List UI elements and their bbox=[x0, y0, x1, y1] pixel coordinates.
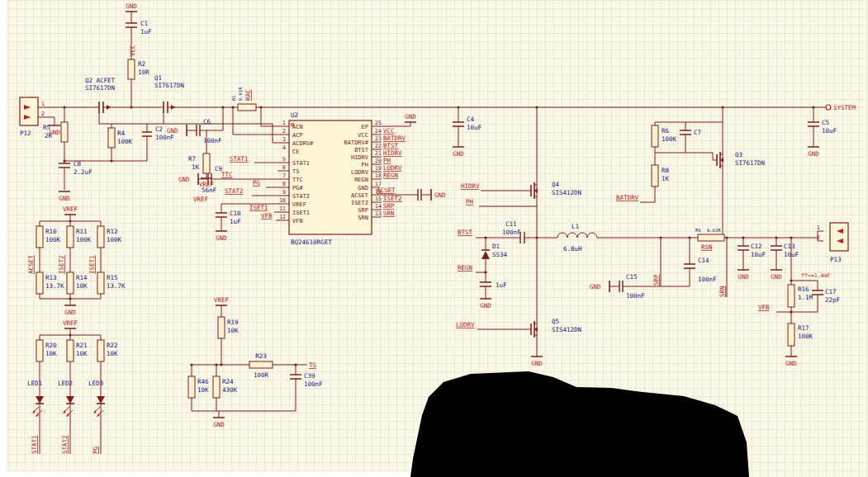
net-label-hidrv: HIDRV bbox=[461, 182, 480, 190]
net-label-hidrv-pin21: HIDRV bbox=[383, 149, 402, 157]
power-gnd-c5: GND bbox=[808, 150, 819, 158]
r6-ref: R6 bbox=[662, 127, 670, 135]
power-gnd-c13: GND bbox=[771, 273, 782, 281]
power-gnd-top: GND bbox=[126, 2, 137, 10]
d1-value: SS34 bbox=[492, 251, 508, 258]
r23-ref: R23 bbox=[255, 352, 267, 360]
u2-pinnum-14: 14 bbox=[375, 203, 382, 210]
capacitor-plates[interactable] bbox=[59, 23, 823, 379]
r13-ref: R13 bbox=[45, 274, 57, 281]
r2-ref: R2 bbox=[138, 60, 145, 68]
c10-value: 1uF bbox=[230, 218, 241, 225]
r23-value: 100R bbox=[254, 371, 269, 379]
r14-value: 10K bbox=[76, 282, 88, 290]
c14-value: 100nF bbox=[698, 276, 717, 283]
r11-ref: R11 bbox=[76, 228, 88, 235]
net-label-srn-vert: SRN bbox=[719, 286, 726, 297]
u2-pin-vcc: VCC bbox=[358, 132, 368, 139]
net-label-vcc-pin24: VCC bbox=[383, 127, 395, 135]
net-label-stat2-vert: STAT2 bbox=[61, 435, 69, 454]
u2-pin-acp: ACP bbox=[292, 132, 303, 139]
power-gnd-c12: GND bbox=[738, 273, 749, 281]
wire-segments[interactable] bbox=[38, 12, 826, 418]
net-label-iset1: ISET1 bbox=[249, 204, 268, 211]
mosfet-q2[interactable] bbox=[92, 102, 116, 124]
c8-ref: C8 bbox=[74, 160, 82, 168]
u2-pinnum-4: 4 bbox=[282, 144, 286, 151]
net-label-ts: TS bbox=[309, 361, 317, 369]
power-gnd-c9: GND bbox=[178, 176, 190, 183]
connector-p13[interactable]: 1 2 P13 bbox=[817, 223, 848, 263]
u2-pinnum-18: 18 bbox=[375, 172, 382, 179]
ic-u2[interactable]: U2 BQ24610RGET ACN ACP ACDRV# CE STAT1 T… bbox=[279, 111, 382, 246]
net-label-vfb: VFB bbox=[758, 304, 770, 311]
c6-value: 100nF bbox=[203, 137, 222, 144]
system-terminal-circle bbox=[826, 105, 831, 110]
r4-value: 100K bbox=[117, 138, 133, 145]
mosfet-q1[interactable] bbox=[157, 102, 180, 124]
r8-value: 1K bbox=[662, 175, 670, 182]
power-port-symbols[interactable] bbox=[49, 12, 819, 418]
r20-ref: R20 bbox=[45, 342, 57, 349]
net-label-regn: REGN bbox=[458, 264, 472, 272]
c17-ref: C17 bbox=[825, 288, 837, 295]
u2-pin-stat2: STAT2 bbox=[292, 193, 310, 200]
net-label-stat2: STAT2 bbox=[225, 187, 244, 195]
power-gnd-ts: GND bbox=[213, 421, 225, 428]
u2-pin-ce: CE bbox=[292, 149, 299, 155]
net-label-batdrv: BATDRV bbox=[616, 194, 639, 201]
c4-value: 10uF bbox=[467, 124, 482, 131]
power-vref-r7: VREF bbox=[199, 181, 215, 188]
net-label-stat1: STAT1 bbox=[230, 155, 249, 163]
mosfet-q3[interactable] bbox=[713, 147, 723, 173]
net-label-regn-pin18: REGN bbox=[383, 172, 398, 179]
net-label-lodrv: LODRV bbox=[456, 321, 475, 328]
q4-part: SIS412DN bbox=[552, 189, 581, 196]
net-label-srn-pin13: SRN bbox=[383, 210, 395, 217]
net-label-iset2-pin15: ISET2 bbox=[383, 195, 402, 202]
net-label-pg-vert: PG bbox=[92, 446, 99, 454]
r22-value: 10K bbox=[107, 350, 118, 357]
u2-pinnum-9: 9 bbox=[282, 189, 286, 196]
net-label-iset2-vert: ISET2 bbox=[58, 255, 65, 274]
p13-pin1-number: 1 bbox=[817, 224, 820, 231]
l1-ref: L1 bbox=[572, 223, 579, 230]
led-led3[interactable] bbox=[93, 388, 105, 454]
resistor-bodies[interactable] bbox=[36, 59, 794, 398]
c11-value: 100nF bbox=[502, 229, 521, 236]
q3-ref: Q3 bbox=[735, 151, 742, 158]
p12-ref: P12 bbox=[20, 130, 31, 137]
net-label-rac-vert: RAC bbox=[244, 89, 252, 101]
r46-ref: R46 bbox=[197, 378, 209, 385]
r9-ref: R9 bbox=[695, 228, 701, 233]
d1-ref: D1 bbox=[492, 243, 500, 250]
q5-ref: Q5 bbox=[552, 318, 559, 325]
net-label-vcc-vert: VCC bbox=[129, 45, 136, 56]
u2-pinnum-24: 24 bbox=[375, 128, 382, 135]
power-gnd-acset: GND bbox=[434, 191, 446, 199]
r1-ref: R1 bbox=[231, 95, 236, 101]
power-gnd-ep: GND bbox=[405, 113, 416, 120]
q2-ref: Q2 ACFET bbox=[85, 77, 116, 84]
power-port-labels[interactable]: GND GND GND GND GND GND VREF VREF GND VR… bbox=[49, 2, 819, 428]
net-label-pg: PG bbox=[253, 179, 261, 187]
l1-value: 6.8uH bbox=[563, 245, 582, 253]
power-vref-ts: VREF bbox=[214, 296, 230, 304]
component-labels[interactable]: C1 1uF R2 10R R5 2R R4 100K C2 100nF C8 … bbox=[43, 20, 841, 394]
schematic-sheet: L1 6.8uH D1 SS34 Q2 ACFET SI7617DN Q1 SI… bbox=[0, 0, 868, 477]
schematic-canvas[interactable]: L1 6.8uH D1 SS34 Q2 ACFET SI7617DN Q1 SI… bbox=[0, 0, 868, 477]
mosfet-q4[interactable] bbox=[527, 177, 538, 204]
u2-pin-batdrv: BATDRV# bbox=[344, 139, 368, 146]
r10-ref: R10 bbox=[45, 228, 57, 235]
inductor-l1[interactable]: L1 6.8uH bbox=[557, 223, 597, 253]
c1-value: 1uF bbox=[140, 28, 152, 35]
r24-ref: R24 bbox=[222, 378, 234, 385]
u2-pin-gnd: GND bbox=[358, 185, 368, 191]
net-label-stat1-vert: STAT1 bbox=[31, 435, 38, 454]
net-label-acset-vert: ACSET bbox=[27, 255, 35, 274]
power-gnd-r17: GND bbox=[785, 360, 797, 367]
u2-pin-iset2: ISET2 bbox=[351, 200, 368, 206]
u2-pinnum-22: 22 bbox=[375, 143, 382, 149]
r24-value: 430K bbox=[222, 386, 238, 394]
mosfet-q5[interactable] bbox=[527, 316, 538, 342]
